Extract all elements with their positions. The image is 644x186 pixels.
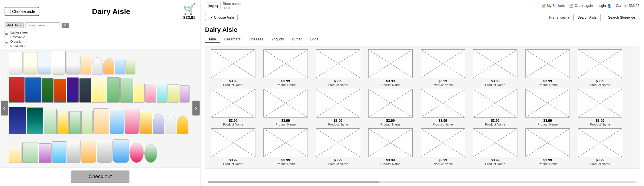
milk-jug-1[interactable]	[9, 52, 23, 75]
nav-left-arrow[interactable]: ‹	[1, 101, 8, 115]
product-card-2-7[interactable]: $3.99 Product Name	[523, 89, 573, 126]
tab-creamers[interactable]: Creamers	[220, 36, 245, 43]
cottage-cheese[interactable]	[153, 113, 164, 134]
shredded-cheese-bag-1[interactable]	[177, 115, 188, 134]
product-card-3-1[interactable]: $3.99 Product Name	[208, 128, 258, 166]
maple-carton[interactable]	[92, 77, 106, 103]
scrollbar-thumb[interactable]	[208, 181, 379, 183]
milk-jug-5[interactable]	[66, 52, 80, 75]
organic-milk-blue[interactable]	[9, 107, 26, 134]
product-card-2-5[interactable]: $3.99 Product Name	[418, 89, 468, 126]
product-card-2-6[interactable]: $3.99 Product Name	[470, 89, 520, 126]
cream-container-1[interactable]	[80, 56, 91, 75]
chip-bag-1[interactable]	[134, 83, 145, 103]
tab-cheeses[interactable]: Cheeses	[245, 36, 267, 43]
organic-carton-4[interactable]	[81, 111, 93, 134]
choose-aisle-button[interactable]: < Choose aisle	[5, 7, 39, 16]
cream-tub[interactable]	[165, 115, 176, 134]
choose-aisle-button-right[interactable]: ‹ < Choose Aisle	[205, 14, 238, 21]
login-nav[interactable]: Login 👤	[597, 4, 611, 8]
product-card-3-6[interactable]: $3.99 Product Name	[470, 128, 520, 166]
product-card-2-8[interactable]: $3.99 Product Name	[575, 89, 625, 126]
search-aisle-button-right[interactable]: Search Aisle	[573, 14, 601, 21]
search-button[interactable]: 🔍	[62, 23, 69, 28]
order-again-nav[interactable]: 🔄 Order again	[569, 4, 593, 8]
right-top-bar: [logo] Store name here 🧺 My Baskets 🔄 Or…	[200, 0, 644, 12]
yogurt-medium-1[interactable]	[139, 112, 152, 134]
preferences-button[interactable]: Prefrences ▼	[549, 15, 570, 19]
sour-cream-1[interactable]	[92, 57, 103, 75]
organic-carton-1[interactable]	[107, 77, 120, 103]
malk-carton[interactable]	[52, 141, 66, 163]
product-card-1-8[interactable]: $3.99 Product Name	[575, 49, 625, 87]
product-card-3-3[interactable]: $3.99 Product Name	[313, 128, 363, 166]
product-card-1-6[interactable]: $3.99 Product Name	[470, 49, 520, 87]
sour-cream-2[interactable]	[103, 58, 114, 75]
protein-milk[interactable]	[44, 109, 57, 134]
product-card-2-4[interactable]: $3.99 Product Name	[365, 89, 415, 126]
milk-jug-2[interactable]	[23, 52, 37, 75]
horizontal-scrollbar[interactable]	[208, 181, 637, 183]
milk-jug-4[interactable]	[52, 51, 66, 75]
milk-jug-3[interactable]	[38, 52, 51, 75]
yogurt-large-3[interactable]	[125, 109, 139, 134]
product-card-1-5[interactable]: $3.99 Product Name	[418, 49, 468, 87]
filter-lactose-free[interactable]: Lactose free	[5, 30, 196, 34]
carton-red-1[interactable]	[9, 77, 25, 103]
product-card-3-7[interactable]: $3.99 Product Name	[523, 128, 573, 166]
tab-eggs[interactable]: Eggs	[306, 36, 322, 43]
add-filters-button[interactable]: Add filters	[5, 22, 24, 28]
organic-carton-3[interactable]	[69, 111, 81, 134]
coconut-milk[interactable]	[39, 143, 52, 163]
filter-non-gmo[interactable]: Non-GMO	[5, 44, 196, 48]
organic-milk-green[interactable]	[27, 107, 43, 134]
fage-yogurt-2[interactable]	[97, 140, 113, 163]
search-storewide-button[interactable]: Search Storewide	[604, 14, 639, 21]
checkout-button[interactable]: Check out	[71, 171, 129, 183]
carton-green-1[interactable]	[42, 78, 54, 103]
round-yogurt-1[interactable]	[129, 143, 144, 163]
tab-milk[interactable]: Milk	[205, 36, 220, 43]
cheese-block-1[interactable]	[180, 85, 190, 103]
search-aisle-input[interactable]	[25, 22, 60, 28]
goat-milk[interactable]	[67, 143, 80, 163]
chip-bag-4[interactable]	[168, 84, 179, 103]
carton-purple-1[interactable]	[67, 77, 79, 103]
butter-box-1[interactable]	[9, 147, 22, 163]
maple-carton-small[interactable]	[57, 111, 69, 134]
yogurt-large-1[interactable]	[93, 108, 109, 134]
product-card-1-2[interactable]: $3.99 Product Name	[261, 49, 311, 87]
yogurt-cup-2[interactable]	[125, 60, 135, 75]
product-card-1-1[interactable]: $3.99 Product Name	[208, 49, 258, 87]
chip-bag-3[interactable]	[157, 84, 168, 103]
fage-yogurt-1[interactable]	[80, 140, 96, 163]
product-card-2-3[interactable]: $3.99 Product Name	[313, 89, 363, 126]
fage-yogurt-3[interactable]	[113, 139, 129, 163]
product-card-3-4[interactable]: $3.99 Product Name	[365, 128, 415, 166]
round-yogurt-2[interactable]	[144, 144, 157, 163]
chip-bag-2[interactable]	[145, 84, 156, 103]
yogurt-large-2[interactable]	[110, 110, 124, 134]
product-card-1-3[interactable]: $3.99 Product Name	[313, 49, 363, 87]
cart-area[interactable]: 🛒 $32.95	[183, 3, 196, 20]
product-card-2-1[interactable]: $3.99 Product Name	[208, 89, 258, 126]
my-baskets-nav[interactable]: 🧺 My Baskets	[541, 4, 565, 8]
carton-dark-1[interactable]	[79, 78, 91, 103]
nav-right-arrow[interactable]: ›	[192, 101, 200, 115]
carton-blue-1[interactable]	[25, 77, 41, 103]
product-card-3-8[interactable]: $3.99 Product Name	[575, 128, 625, 166]
filter-best-value[interactable]: Best value	[5, 34, 196, 39]
tab-butter[interactable]: Butter	[288, 36, 306, 43]
yogurt-cup-1[interactable]	[115, 59, 125, 75]
product-card-1-4[interactable]: $3.99 Product Name	[365, 49, 415, 87]
organic-carton-2[interactable]	[120, 78, 133, 103]
product-card-3-2[interactable]: $3.99 Product Name	[261, 128, 311, 166]
filter-organic[interactable]: Organic	[5, 39, 196, 43]
carton-orange-1[interactable]	[54, 79, 66, 103]
product-card-2-2[interactable]: $3.99 Product Name	[261, 89, 311, 126]
product-card-3-5[interactable]: $3.99 Product Name	[418, 128, 468, 166]
almond-milk[interactable]	[22, 142, 38, 163]
product-card-1-7[interactable]: $3.99 Product Name	[523, 49, 573, 87]
cart-nav[interactable]: Cart 🛒 $36.95	[616, 4, 639, 8]
tab-yogurts[interactable]: Yogurts	[267, 36, 288, 43]
